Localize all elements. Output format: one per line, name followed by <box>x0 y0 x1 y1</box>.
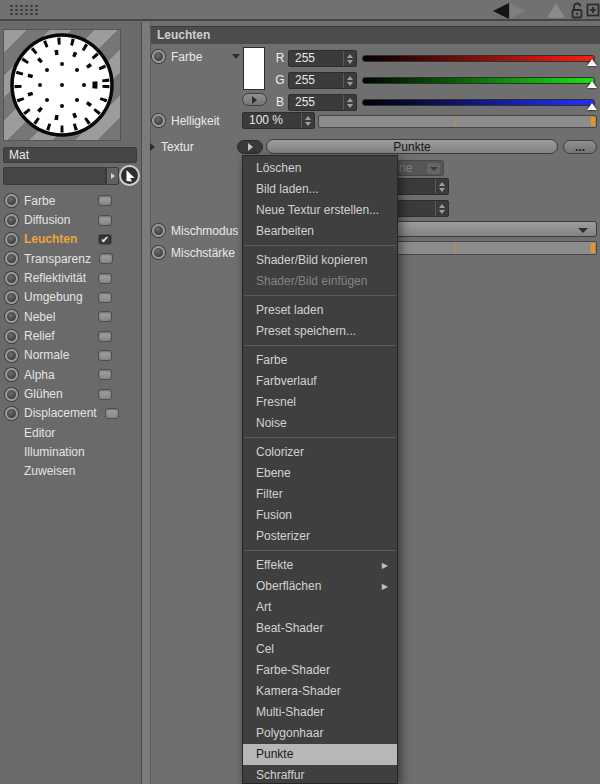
g-value-field[interactable]: 255 <box>288 72 357 89</box>
blue-gradient-slider[interactable] <box>362 99 595 106</box>
property-radio-icon[interactable] <box>152 246 165 259</box>
sidebar-item-transparenz[interactable]: Transparenz <box>0 249 141 268</box>
grip-icon[interactable] <box>9 4 39 17</box>
layer-select-arrow-button[interactable] <box>106 167 119 185</box>
channel-checkbox[interactable] <box>98 369 112 380</box>
channel-radio-icon[interactable] <box>5 233 18 246</box>
menu-item-punkte-highlighted[interactable]: Punkte <box>243 744 397 765</box>
layer-select-field[interactable] <box>3 167 106 185</box>
menu-item-preset-laden[interactable]: Preset laden <box>243 300 397 321</box>
blur-scale-field-partial[interactable] <box>390 200 449 217</box>
menu-item-effekte[interactable]: Effekte▶ <box>243 555 397 576</box>
pick-material-button[interactable] <box>119 165 140 186</box>
menu-item-farbe-shader[interactable]: Farbe-Shader <box>243 660 397 681</box>
lock-open-icon[interactable] <box>570 2 584 19</box>
menu-item-neue-textur[interactable]: Neue Textur erstellen... <box>243 200 397 221</box>
channel-radio-icon[interactable] <box>5 407 18 420</box>
slider-handle-icon[interactable] <box>587 103 597 110</box>
spinner-arrows-icon[interactable] <box>435 179 448 194</box>
helligkeit-value-field[interactable]: 100 % <box>242 112 315 129</box>
menu-item-fusion[interactable]: Fusion <box>243 505 397 526</box>
sidebar-item-nebel[interactable]: Nebel <box>0 307 141 326</box>
menu-item-posterizer[interactable]: Posterizer <box>243 526 397 547</box>
channel-checkbox[interactable] <box>98 389 112 400</box>
expand-color-button[interactable] <box>242 93 267 106</box>
slider-handle-icon[interactable] <box>591 117 595 126</box>
channel-checkbox-checked[interactable]: ✔ <box>98 234 112 245</box>
spinner-arrows-icon[interactable] <box>301 113 314 128</box>
menu-item-farbe[interactable]: Farbe <box>243 350 397 371</box>
sidebar-item-illumination[interactable]: Illumination <box>0 442 141 461</box>
menu-item-art[interactable]: Art <box>243 597 397 618</box>
channel-checkbox[interactable] <box>98 195 112 206</box>
sidebar-item-umgebung[interactable]: Umgebung <box>0 288 141 307</box>
channel-checkbox[interactable] <box>98 311 112 322</box>
channel-checkbox[interactable] <box>99 253 113 264</box>
sidebar-item-displacement[interactable]: Displacement <box>0 404 141 423</box>
menu-item-shader-kopieren[interactable]: Shader/Bild kopieren <box>243 250 397 271</box>
menu-item-colorizer[interactable]: Colorizer <box>243 442 397 463</box>
menu-item-farbverlauf[interactable]: Farbverlauf <box>243 371 397 392</box>
slider-handle-icon[interactable] <box>587 81 597 88</box>
channel-radio-icon[interactable] <box>5 330 18 343</box>
spinner-arrows-icon[interactable] <box>343 73 356 88</box>
slider-handle-icon[interactable] <box>591 243 595 253</box>
menu-item-bearbeiten[interactable]: Bearbeiten <box>243 221 397 242</box>
channel-radio-icon[interactable] <box>5 349 18 362</box>
channel-checkbox[interactable] <box>98 350 112 361</box>
sidebar-item-gluehen[interactable]: Glühen <box>0 384 141 403</box>
channel-checkbox[interactable] <box>98 292 112 303</box>
channel-radio-icon[interactable] <box>5 252 18 265</box>
menu-item-preset-speichern[interactable]: Preset speichern... <box>243 321 397 342</box>
channel-radio-icon[interactable] <box>5 214 18 227</box>
menu-item-loeschen[interactable]: Löschen <box>243 158 397 179</box>
channel-radio-icon[interactable] <box>5 194 18 207</box>
material-preview[interactable] <box>3 29 121 141</box>
menu-item-polygonhaar[interactable]: Polygonhaar <box>243 723 397 744</box>
color-swatch[interactable] <box>243 47 265 90</box>
channel-radio-icon[interactable] <box>5 368 18 381</box>
add-panel-icon[interactable] <box>586 3 600 17</box>
channel-radio-icon[interactable] <box>5 310 18 323</box>
sidebar-item-farbe[interactable]: Farbe <box>0 191 141 210</box>
menu-item-ebene[interactable]: Ebene <box>243 463 397 484</box>
sidebar-item-relief[interactable]: Relief <box>0 326 141 345</box>
property-radio-icon[interactable] <box>152 224 165 237</box>
menu-item-fresnel[interactable]: Fresnel <box>243 392 397 413</box>
texture-menu-button[interactable] <box>237 140 263 154</box>
sidebar-item-diffusion[interactable]: Diffusion <box>0 210 141 229</box>
sidebar-item-editor[interactable]: Editor <box>0 423 141 442</box>
browse-texture-button[interactable]: ... <box>563 140 597 154</box>
menu-item-filter[interactable]: Filter <box>243 484 397 505</box>
blur-offset-field-partial[interactable] <box>390 178 449 195</box>
menu-item-oberflaechen[interactable]: Oberflächen▶ <box>243 576 397 597</box>
disclosure-triangle-icon[interactable] <box>150 143 155 151</box>
back-icon[interactable] <box>493 3 509 19</box>
menu-item-multi-shader[interactable]: Multi-Shader <box>243 702 397 723</box>
menu-item-beat-shader[interactable]: Beat-Shader <box>243 618 397 639</box>
panel-divider[interactable] <box>141 22 151 784</box>
channel-radio-icon[interactable] <box>5 291 18 304</box>
red-gradient-slider[interactable] <box>362 55 595 62</box>
spinner-arrows-icon[interactable] <box>435 201 448 216</box>
helligkeit-slider[interactable] <box>318 115 597 128</box>
texture-shader-dropdown[interactable]: Punkte <box>266 139 558 154</box>
menu-item-cel[interactable]: Cel <box>243 639 397 660</box>
material-name-input[interactable]: Mat <box>3 147 137 163</box>
menu-item-schraffur[interactable]: Schraffur <box>243 765 397 784</box>
slider-handle-icon[interactable] <box>587 59 597 66</box>
channel-checkbox[interactable] <box>98 273 112 284</box>
b-value-field[interactable]: 255 <box>288 94 357 111</box>
channel-checkbox[interactable] <box>105 408 119 419</box>
menu-item-noise[interactable]: Noise <box>243 413 397 434</box>
green-gradient-slider[interactable] <box>362 77 595 84</box>
menu-item-kamera-shader[interactable]: Kamera-Shader <box>243 681 397 702</box>
channel-radio-icon[interactable] <box>5 272 18 285</box>
spinner-arrows-icon[interactable] <box>343 95 356 110</box>
sidebar-item-zuweisen[interactable]: Zuweisen <box>0 462 141 481</box>
spinner-arrows-icon[interactable] <box>343 51 356 66</box>
channel-checkbox[interactable] <box>98 215 112 226</box>
r-value-field[interactable]: 255 <box>288 50 357 67</box>
chevron-down-icon[interactable] <box>232 54 240 59</box>
property-radio-icon[interactable] <box>152 50 165 63</box>
